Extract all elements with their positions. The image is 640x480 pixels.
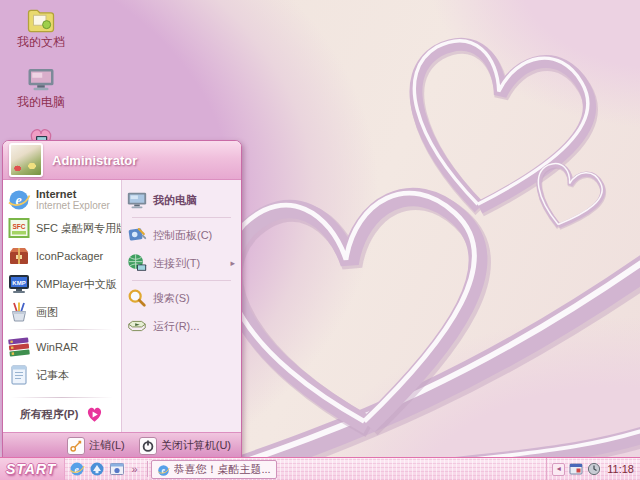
desktop-icon-label: 我的电脑 [17, 96, 65, 109]
run-icon [126, 315, 148, 337]
menu-item-label: Internet [36, 188, 110, 200]
show-desktop-quick-launch-icon[interactable] [89, 461, 105, 477]
all-programs-heart-arrow-icon [85, 405, 104, 424]
svg-text:SFC: SFC [13, 223, 26, 230]
shut-down-button[interactable]: 关闭计算机(U) [139, 437, 231, 455]
connect-to-icon [126, 252, 148, 274]
menu-separator [132, 280, 231, 281]
start-menu-places-column: 我的电脑 控制面板(C) 连接到(T) ▸ [121, 180, 241, 432]
menu-item-label: WinRAR [36, 341, 78, 353]
menu-item-label: 搜索(S) [153, 292, 190, 304]
tray-theme-app-icon[interactable] [569, 462, 583, 476]
start-menu-pinned-column: e Internet Internet Explorer SFC SFC 桌酷网… [3, 180, 121, 432]
svg-text:KMP: KMP [12, 280, 25, 286]
start-button-label: START [6, 461, 56, 477]
user-name: Administrator [52, 153, 137, 168]
start-menu-item-connect-to[interactable]: 连接到(T) ▸ [122, 249, 241, 277]
iconpackager-icon [7, 244, 31, 268]
all-programs-button[interactable]: 所有程序(P) [3, 401, 121, 430]
menu-separator [11, 329, 113, 330]
internet-explorer-icon: e [7, 188, 31, 212]
menu-separator [11, 397, 113, 398]
start-menu-item-iconpackager[interactable]: IconPackager [3, 242, 121, 270]
my-computer-icon [26, 64, 56, 94]
quick-launch-bar: e » [65, 461, 143, 477]
hidden-icons-chevron[interactable]: ◂ [552, 463, 565, 476]
start-menu-item-internet[interactable]: e Internet Internet Explorer [3, 186, 121, 214]
start-menu-item-kmplayer[interactable]: KMP KMPlayer中文版 [3, 270, 121, 298]
internet-explorer-icon: e [157, 463, 170, 476]
search-icon [126, 287, 148, 309]
log-off-key-icon [67, 437, 85, 455]
menu-item-label: 连接到(T) [153, 257, 200, 269]
desktop-screen: 我的文档 我的电脑 网上邻居 Administrator e [0, 0, 640, 480]
taskbar: START e » e 恭喜您！桌酷主题... ◂ [0, 457, 640, 480]
task-button-zhuoku-theme[interactable]: e 恭喜您！桌酷主题... [151, 460, 277, 479]
log-off-label: 注销(L) [89, 438, 124, 453]
menu-item-label: 运行(R)... [153, 320, 199, 332]
user-avatar[interactable] [9, 143, 43, 177]
start-menu: Administrator e Internet Internet Explor… [2, 140, 242, 459]
start-menu-item-run[interactable]: 运行(R)... [122, 312, 241, 340]
start-menu-footer: 注销(L) 关闭计算机(U) [3, 432, 241, 458]
power-icon [139, 437, 157, 455]
my-documents-icon [26, 4, 56, 34]
internet-explorer-quick-launch-icon[interactable]: e [69, 461, 85, 477]
tray-clock-app-icon[interactable] [587, 462, 601, 476]
start-menu-item-winrar[interactable]: WinRAR [3, 333, 121, 361]
kmplayer-icon: KMP [7, 272, 31, 296]
taskbar-divider [147, 461, 148, 477]
shut-down-label: 关闭计算机(U) [161, 438, 231, 453]
task-button-label: 恭喜您！桌酷主题... [174, 462, 271, 477]
start-button[interactable]: START [0, 458, 65, 480]
desktop-icon-label: 我的文档 [17, 36, 65, 49]
start-menu-item-sfc[interactable]: SFC SFC 桌酷网专用版 [3, 214, 121, 242]
menu-item-label: KMPlayer中文版 [36, 278, 117, 290]
control-panel-icon [126, 224, 148, 246]
clock[interactable]: 11:18 [605, 463, 634, 475]
start-menu-item-my-computer[interactable]: 我的电脑 [122, 186, 241, 214]
quick-launch-overflow-chevron[interactable]: » [129, 463, 139, 475]
menu-separator [132, 217, 231, 218]
my-computer-icon [126, 189, 148, 211]
svg-text:e: e [161, 466, 165, 475]
system-tray: ◂ 11:18 [546, 458, 640, 480]
media-player-quick-launch-icon[interactable] [109, 461, 125, 477]
menu-item-label: IconPackager [36, 250, 103, 262]
winrar-icon [7, 335, 31, 359]
paint-icon [7, 300, 31, 324]
start-menu-item-control-panel[interactable]: 控制面板(C) [122, 221, 241, 249]
menu-item-label: SFC 桌酷网专用版 [36, 222, 117, 234]
desktop-icon-my-computer[interactable]: 我的电脑 [6, 64, 76, 109]
menu-item-label: 控制面板(C) [153, 229, 212, 241]
menu-item-label: 画图 [36, 306, 58, 318]
all-programs-label: 所有程序(P) [20, 407, 79, 422]
start-menu-item-paint[interactable]: 画图 [3, 298, 121, 326]
start-menu-item-notepad[interactable]: 记事本 [3, 361, 121, 389]
menu-item-label: 我的电脑 [153, 194, 197, 206]
menu-item-sublabel: Internet Explorer [36, 200, 110, 212]
desktop-icon-my-documents[interactable]: 我的文档 [6, 4, 76, 49]
log-off-button[interactable]: 注销(L) [67, 437, 124, 455]
menu-item-label: 记事本 [36, 369, 69, 381]
submenu-arrow-icon: ▸ [230, 258, 237, 268]
start-menu-item-search[interactable]: 搜索(S) [122, 284, 241, 312]
sfc-icon: SFC [7, 216, 31, 240]
notepad-icon [7, 363, 31, 387]
start-menu-header: Administrator [3, 141, 241, 180]
